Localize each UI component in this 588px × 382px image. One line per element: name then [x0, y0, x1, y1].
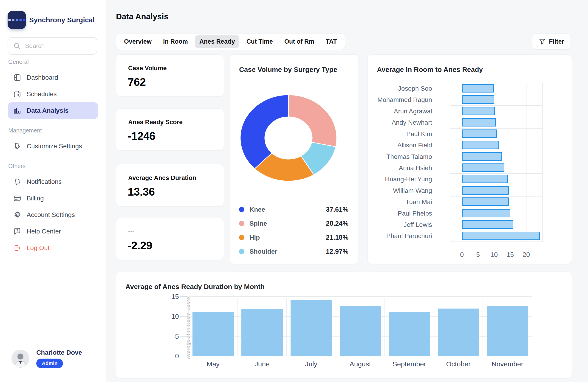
hbar-category-labels: Joseph SooMohammed RagunArun AgrawalAndy… [372, 83, 432, 242]
filter-button[interactable]: Filter [532, 34, 571, 50]
month-bar [192, 312, 234, 356]
month-bar [487, 306, 528, 356]
hbar-x-tick: 0 [455, 251, 469, 259]
search-icon [13, 42, 21, 50]
hbar-category: Mohammed Ragun [372, 94, 432, 105]
y-tick-mark [180, 356, 188, 356]
hbar-category: Tuan Mai [372, 196, 432, 207]
tab-cut-time[interactable]: Cut Time [242, 35, 277, 48]
swatch-icon [13, 142, 21, 150]
sidebar-item-data-analysis[interactable]: Data Analysis [8, 102, 98, 119]
legend-item-hip: Hip21.18% [239, 230, 348, 244]
hbar-bar [462, 175, 508, 183]
brand: Synchrony Surgical [8, 11, 95, 29]
calendar-icon [13, 90, 21, 98]
gridline-vertical [434, 299, 434, 356]
bell-icon [13, 178, 21, 186]
sidebar: Synchrony Surgical GeneralDashboardSched… [0, 0, 106, 382]
donut-legend: Knee37.61%Spine28.24%Hip21.18%Shoulder12… [239, 202, 348, 259]
sidebar-nav: GeneralDashboardSchedulesData AnalysisMa… [0, 59, 106, 256]
main-content: Data Analysis OverviewIn RoomAnes ReadyC… [106, 0, 588, 382]
legend-dot [239, 207, 244, 212]
hbar-bar [462, 232, 540, 240]
hbar-category: Joseph Soo [372, 83, 432, 94]
gridline-vertical [532, 299, 532, 356]
sidebar-item-billing[interactable]: Billing [8, 190, 98, 207]
gear-icon [13, 211, 21, 219]
hbar-x-tick: 5 [471, 251, 485, 259]
legend-value: 12.97% [326, 248, 348, 255]
y-tick-mark [180, 336, 188, 337]
sidebar-item-notifications[interactable]: Notifications [8, 174, 98, 190]
sidebar-item-customize-settings[interactable]: Customize Settings [8, 138, 98, 155]
help-icon [13, 227, 21, 235]
stat-card-2: Anes Ready Score-1246 [116, 108, 224, 151]
funnel-icon [539, 38, 546, 45]
sidebar-item-help-center[interactable]: Help Center [8, 223, 98, 240]
hbar-category: William Wang [372, 185, 432, 196]
month-x-label: June [237, 360, 287, 368]
gridline-horizontal [450, 128, 542, 129]
sidebar-item-schedules[interactable]: Schedules [8, 86, 98, 102]
stat-card-value: -2.29 [128, 239, 152, 252]
hbar-bar [462, 141, 499, 149]
sidebar-item-log-out[interactable]: Log Out [8, 240, 98, 256]
sidebar-item-label: Notifications [27, 178, 62, 185]
search-box[interactable] [8, 37, 97, 55]
stat-card-value: -1246 [128, 130, 155, 142]
dashboard-icon [13, 74, 21, 81]
legend-value: 21.18% [326, 234, 348, 241]
user-profile[interactable]: Charlotte Dove Admin [11, 349, 82, 368]
app-title: Synchrony Surgical [29, 16, 95, 24]
hbar-category: Phani Paruchuri [372, 230, 432, 241]
tab-out-of-rm[interactable]: Out of Rm [280, 35, 318, 48]
month-x-label: July [286, 360, 336, 368]
hbar-x-axis: 05101520 [462, 251, 542, 260]
tab-tat[interactable]: TAT [322, 35, 341, 48]
hbar-bar [462, 118, 496, 126]
stat-card-label: Average Anes Duration [128, 175, 196, 181]
hbar-x-tick: 20 [519, 251, 533, 259]
donut-chart-title: Case Volume by Surgery Type [239, 66, 337, 74]
tab-overview[interactable]: Overview [120, 35, 156, 48]
sidebar-item-dashboard[interactable]: Dashboard [8, 69, 98, 86]
y-tick-mark [180, 296, 188, 297]
logout-icon [13, 244, 21, 252]
nav-section-label: Others [8, 163, 106, 169]
avatar [11, 350, 29, 367]
gridline-horizontal [450, 219, 542, 219]
sidebar-item-account-settings[interactable]: Account Settings [8, 207, 98, 223]
search-input[interactable] [25, 42, 85, 50]
donut-chart [233, 95, 344, 181]
hbar-bar [462, 198, 509, 206]
app-window: Synchrony Surgical GeneralDashboardSched… [0, 0, 588, 382]
sidebar-item-label: Billing [27, 195, 44, 202]
gridline-vertical [237, 299, 238, 356]
tab-anes-ready[interactable]: Anes Ready [195, 35, 239, 48]
hbar-category: Paul Kim [372, 128, 432, 140]
tab-in-room[interactable]: In Room [159, 35, 192, 48]
legend-label: Hip [250, 234, 260, 241]
gridline-vertical [526, 83, 526, 242]
hbar-bar [462, 95, 494, 104]
hbar-category: Andy Newhart [372, 117, 432, 128]
month-bar [438, 309, 479, 356]
gridline-vertical [286, 299, 287, 356]
nav-section-label: General [8, 59, 106, 65]
hbar-category: Thomas Talamo [372, 151, 432, 162]
gridline-vertical [542, 83, 543, 242]
filter-label: Filter [549, 38, 564, 45]
month-x-label: November [482, 360, 533, 368]
legend-value: 37.61% [326, 206, 348, 213]
month-chart-y-ticks: 051015 [158, 272, 179, 378]
legend-dot [239, 249, 244, 254]
stat-card-label: --- [128, 228, 134, 235]
month-chart-card: Average of Anes Ready Duration by Month … [116, 272, 572, 378]
stat-card-4: ----2.29 [116, 218, 224, 260]
gridline-horizontal [189, 296, 532, 297]
stat-card-3: Average Anes Duration13.36 [116, 164, 224, 206]
stat-card-label: Anes Ready Score [128, 119, 183, 126]
page-title: Data Analysis [116, 12, 168, 21]
gridline-horizontal [450, 196, 542, 197]
hbar-bar [462, 129, 497, 138]
